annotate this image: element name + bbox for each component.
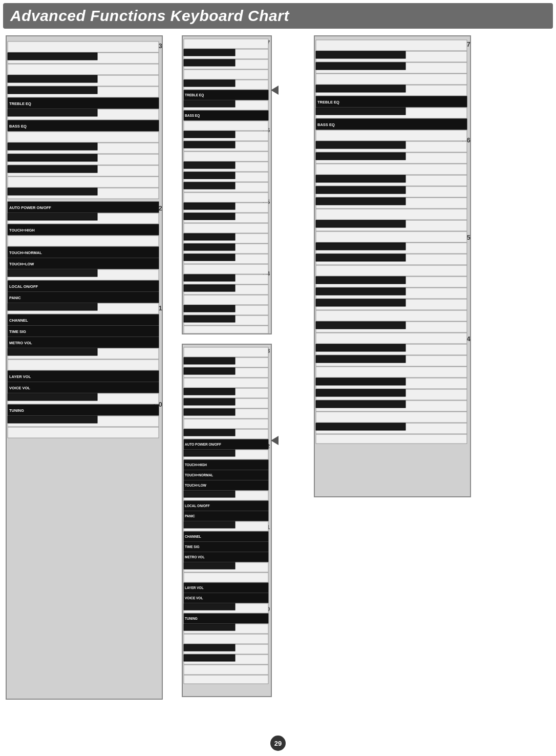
svg-rect-236 [316, 322, 405, 329]
svg-rect-118 [184, 305, 235, 312]
svg-rect-98 [184, 193, 268, 202]
page-title: Advanced Functions Keyboard Chart [10, 7, 546, 25]
svg-rect-33 [8, 236, 159, 246]
svg-rect-89 [184, 141, 235, 148]
svg-rect-103 [184, 223, 268, 233]
svg-rect-245 [316, 378, 405, 385]
svg-rect-185 [184, 655, 235, 661]
svg-rect-67 [8, 427, 159, 438]
svg-text:BASS EQ: BASS EQ [317, 122, 335, 127]
svg-rect-226 [316, 254, 405, 261]
svg-text:BASS EQ: BASS EQ [9, 124, 27, 129]
middle-bottom-keyboard: .wk3 { fill: #f0f0f0; stroke: #999; stro… [181, 343, 284, 704]
svg-text:AUTO POWER ON/OFF: AUTO POWER ON/OFF [185, 443, 221, 446]
svg-rect-7 [8, 75, 97, 82]
svg-rect-137 [184, 409, 235, 415]
svg-rect-253 [316, 434, 467, 444]
svg-rect-39 [8, 269, 97, 277]
svg-text:TREBLE EQ: TREBLE EQ [9, 101, 31, 106]
svg-rect-130 [184, 368, 235, 374]
svg-rect-229 [316, 277, 405, 284]
svg-rect-55 [8, 360, 159, 370]
page-number: 29 [270, 736, 286, 751]
svg-text:LAYER VOL: LAYER VOL [9, 374, 31, 379]
svg-rect-240 [316, 344, 405, 351]
svg-text:LOCAL ON/OFF: LOCAL ON/OFF [9, 284, 38, 289]
svg-text:VOICE VOL: VOICE VOL [9, 386, 30, 390]
svg-rect-9 [8, 87, 97, 94]
middle-section: .wk2 { fill: #f0f0f0; stroke: #999; stro… [181, 35, 284, 704]
svg-rect-30 [8, 213, 97, 220]
svg-rect-243 [316, 367, 467, 377]
svg-rect-145 [184, 450, 235, 456]
svg-rect-16 [8, 132, 159, 142]
svg-rect-206 [316, 130, 467, 141]
svg-rect-20 [8, 154, 97, 161]
svg-rect-70 [184, 39, 268, 49]
page-number-container: 29 [270, 736, 286, 751]
svg-rect-128 [184, 358, 235, 364]
svg-rect-135 [184, 398, 235, 405]
svg-rect-100 [184, 203, 235, 209]
svg-rect-138 [184, 419, 268, 429]
svg-rect-181 [184, 634, 268, 644]
svg-rect-116 [184, 295, 268, 305]
svg-rect-120 [184, 316, 235, 322]
svg-rect-92 [184, 162, 235, 169]
svg-rect-210 [316, 153, 405, 160]
svg-text:METRO VOL: METRO VOL [185, 555, 205, 559]
svg-rect-160 [184, 521, 235, 528]
svg-text:TOUCH=NORMAL: TOUCH=NORMAL [9, 250, 42, 255]
svg-rect-195 [316, 62, 405, 70]
svg-rect-208 [316, 141, 405, 149]
svg-rect-4 [8, 53, 97, 60]
svg-rect-156 [184, 511, 268, 521]
svg-text:PANIC: PANIC [185, 514, 195, 518]
svg-text:TIME SIG: TIME SIG [185, 545, 200, 549]
svg-rect-227 [316, 265, 467, 276]
svg-rect-2 [8, 41, 159, 52]
svg-rect-121 [184, 326, 268, 333]
svg-rect-180 [184, 624, 235, 631]
svg-rect-187 [184, 675, 268, 684]
svg-marker-188 [271, 434, 279, 447]
svg-text:TOUCH=HIGH: TOUCH=HIGH [9, 228, 35, 233]
svg-rect-252 [316, 423, 405, 430]
svg-rect-66 [8, 416, 97, 423]
svg-marker-122 [271, 84, 279, 96]
svg-rect-153 [184, 491, 235, 497]
svg-rect-113 [184, 275, 235, 281]
svg-rect-250 [316, 412, 467, 423]
svg-text:TOUCH=LOW: TOUCH=LOW [185, 484, 207, 487]
svg-text:VOICE VOL: VOICE VOL [185, 596, 203, 600]
svg-text:CHANNEL: CHANNEL [185, 535, 201, 538]
svg-rect-196 [316, 74, 467, 85]
svg-rect-14 [8, 120, 159, 131]
svg-rect-249 [316, 401, 405, 408]
svg-rect-13 [8, 109, 97, 116]
svg-text:TOUCH=NORMAL: TOUCH=NORMAL [185, 473, 213, 477]
svg-rect-198 [316, 85, 405, 92]
svg-text:PANIC: PANIC [9, 296, 21, 300]
svg-rect-42 [8, 292, 159, 303]
svg-rect-140 [184, 429, 235, 436]
svg-rect-81 [184, 100, 235, 107]
svg-rect-242 [316, 355, 405, 363]
svg-rect-18 [8, 143, 97, 150]
svg-rect-126 [184, 347, 268, 357]
svg-rect-23 [8, 177, 159, 187]
svg-rect-133 [184, 388, 235, 395]
svg-rect-217 [316, 198, 405, 205]
svg-text:LAYER VOL: LAYER VOL [185, 586, 204, 590]
svg-rect-49 [8, 326, 159, 337]
svg-rect-62 [8, 393, 97, 401]
svg-rect-220 [316, 220, 405, 227]
svg-rect-169 [184, 573, 268, 582]
svg-rect-90 [184, 152, 268, 161]
svg-rect-183 [184, 644, 235, 651]
svg-rect-238 [316, 333, 467, 344]
svg-rect-87 [184, 131, 235, 138]
svg-rect-203 [316, 119, 467, 130]
svg-rect-191 [316, 40, 467, 51]
svg-rect-215 [316, 186, 405, 194]
